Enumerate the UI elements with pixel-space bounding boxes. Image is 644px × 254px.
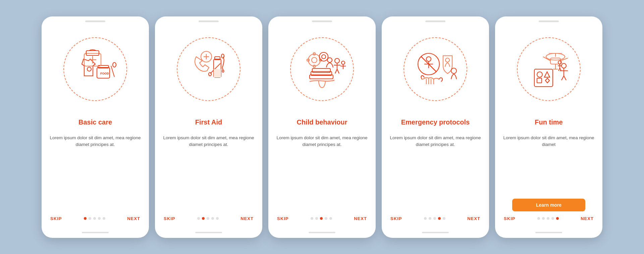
dots-child-behaviour (311, 217, 332, 220)
card-title-first-aid: First Aid (195, 114, 222, 131)
phone-card-fun-time: Fun time Lorem ipsum dolor sit dim amet,… (495, 16, 602, 238)
dots-fun-time (537, 217, 559, 220)
skip-button-basic-care[interactable]: SKIP (50, 215, 63, 222)
dot-4 (438, 217, 441, 220)
card-nav-fun-time: SKIP NEXT (503, 215, 594, 222)
dot-5 (103, 217, 105, 220)
dot-3 (93, 217, 96, 220)
dot-4 (98, 217, 101, 220)
phone-card-first-aid: First Aid Lorem ipsum dolor sit dim amet… (155, 16, 262, 238)
card-desc-child-behaviour: Lorem ipsum dolor sit dim amet, mea regi… (276, 135, 368, 213)
dot-5 (443, 217, 445, 220)
illustration-fun-time (510, 31, 587, 108)
dot-3 (320, 217, 323, 220)
skip-button-fun-time[interactable]: SKIP (503, 215, 516, 222)
dot-4 (325, 217, 327, 220)
card-nav-basic-care: SKIP NEXT (50, 215, 141, 222)
card-title-child-behaviour: Child behaviour (297, 114, 347, 131)
dot-3 (433, 217, 436, 220)
next-button-first-aid[interactable]: NEXT (240, 215, 254, 222)
skip-button-child-behaviour[interactable]: SKIP (276, 215, 289, 222)
phone-card-emergency: Emergency protocols Lorem ipsum dolor si… (382, 16, 489, 238)
card-title-emergency: Emergency protocols (401, 114, 470, 131)
dot-4 (551, 217, 554, 220)
dashed-circle-4 (404, 37, 467, 101)
dots-first-aid (197, 217, 219, 220)
card-desc-fun-time: Lorem ipsum dolor sit dim amet, mea regi… (503, 135, 594, 196)
next-button-basic-care[interactable]: NEXT (126, 215, 141, 222)
skip-button-emergency[interactable]: SKIP (390, 215, 403, 222)
dot-2 (429, 217, 431, 220)
illustration-child-behaviour (283, 31, 361, 108)
dot-2 (202, 217, 205, 220)
next-button-emergency[interactable]: NEXT (467, 215, 481, 222)
learn-more-button[interactable]: Learn more (512, 199, 585, 211)
dot-1 (84, 217, 87, 220)
dashed-circle-1 (63, 37, 127, 101)
card-desc-basic-care: Lorem ipsum dolor sit dim amet, mea regi… (50, 135, 141, 213)
next-button-fun-time[interactable]: NEXT (580, 215, 594, 222)
card-nav-child-behaviour: SKIP NEXT (276, 215, 368, 222)
dot-5 (556, 217, 559, 220)
dot-4 (211, 217, 214, 220)
dot-5 (329, 217, 332, 220)
card-title-basic-care: Basic care (78, 114, 112, 131)
dashed-circle-2 (177, 37, 240, 101)
dot-3 (207, 217, 209, 220)
dot-2 (542, 217, 545, 220)
dot-1 (424, 217, 427, 220)
next-button-child-behaviour[interactable]: NEXT (353, 215, 368, 222)
screens-container: FOOD (42, 16, 602, 238)
dot-2 (315, 217, 318, 220)
card-desc-first-aid: Lorem ipsum dolor sit dim amet, mea regi… (163, 135, 254, 213)
card-title-fun-time: Fun time (535, 114, 562, 131)
card-desc-emergency: Lorem ipsum dolor sit dim amet, mea regi… (390, 135, 481, 213)
card-nav-emergency: SKIP NEXT (390, 215, 481, 222)
dot-2 (89, 217, 91, 220)
dot-1 (197, 217, 200, 220)
dots-emergency (424, 217, 445, 220)
illustration-first-aid (170, 31, 247, 108)
dot-3 (547, 217, 549, 220)
dot-1 (311, 217, 313, 220)
phone-card-child-behaviour: Child behaviour Lorem ipsum dolor sit di… (268, 16, 376, 238)
skip-button-first-aid[interactable]: SKIP (163, 215, 176, 222)
dashed-circle-3 (290, 37, 354, 101)
dot-1 (537, 217, 540, 220)
phone-card-basic-care: FOOD (42, 16, 149, 238)
dashed-circle-5 (517, 37, 581, 101)
card-nav-first-aid: SKIP NEXT (163, 215, 254, 222)
illustration-emergency (397, 31, 474, 108)
dot-5 (216, 217, 219, 220)
dots-basic-care (84, 217, 105, 220)
illustration-basic-care: FOOD (57, 31, 134, 108)
